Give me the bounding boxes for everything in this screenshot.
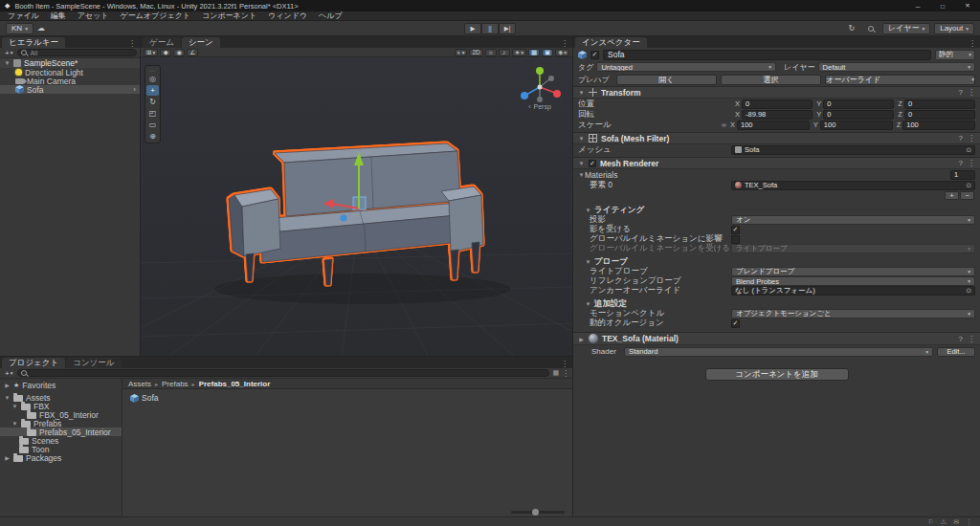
constrain-proportions-icon[interactable]: ∞ xyxy=(722,121,726,128)
more-icon[interactable]: ⋮ xyxy=(968,134,975,142)
breadcrumb-assets[interactable]: Assets xyxy=(128,380,151,388)
step-button[interactable]: ▶| xyxy=(499,23,516,34)
project-content[interactable]: Assets ▸ Prefabs ▸ Prefabs_05_Interior S… xyxy=(122,379,572,516)
rotate-tool-button[interactable]: ↻ xyxy=(146,97,159,107)
object-picker-icon[interactable]: ⊙ xyxy=(966,146,971,154)
prefab-select-button[interactable]: 選択 xyxy=(721,75,821,85)
motion-vectors-dropdown[interactable]: オブジェクトモーションごと▾ xyxy=(731,309,975,318)
hierarchy-item-sofa[interactable]: Sofa › xyxy=(0,85,140,94)
foldout-icon[interactable]: ▼ xyxy=(585,208,591,213)
close-button[interactable]: ✕ xyxy=(955,0,980,11)
project-folder-scenes[interactable]: Scenes xyxy=(0,436,122,445)
mesh-filter-header[interactable]: ▼ Sofa (Mesh Filter) ?⋮ xyxy=(573,132,980,144)
anchor-override-field[interactable]: なし (トランスフォーム) ⊙ xyxy=(731,286,975,296)
tag-dropdown[interactable]: Untagged▾ xyxy=(596,62,776,72)
grid-visibility-toggle[interactable]: ▦ xyxy=(528,49,540,56)
pivot-toggle[interactable]: ◆ xyxy=(160,49,171,56)
foldout-icon[interactable]: ▼ xyxy=(578,161,585,166)
thumbnail-size-slider[interactable] xyxy=(511,511,565,514)
foldout-icon[interactable]: ▼ xyxy=(578,90,585,96)
minimize-button[interactable]: ─ xyxy=(905,0,930,11)
more-icon[interactable]: ⋮ xyxy=(124,39,140,48)
foldout-icon[interactable]: ▼ xyxy=(585,259,591,265)
shader-dropdown[interactable]: Standard▾ xyxy=(624,347,933,357)
tab-game[interactable]: ゲーム xyxy=(143,37,181,48)
cast-shadows-dropdown[interactable]: オン▾ xyxy=(731,215,975,225)
reflection-probes-dropdown[interactable]: Blend Probes▾ xyxy=(731,276,975,286)
help-icon[interactable]: ? xyxy=(959,335,963,343)
2d-toggle[interactable]: 2D xyxy=(469,49,482,56)
menu-assets[interactable]: アセット xyxy=(72,11,115,21)
scale-y-field[interactable]: 100 xyxy=(820,121,893,130)
menu-gameobject[interactable]: ゲームオブジェクト xyxy=(115,11,197,21)
camera-gizmo-toggle[interactable]: ▣ xyxy=(542,49,553,56)
create-object-button[interactable]: +▾ xyxy=(3,49,14,57)
menu-window[interactable]: ウィンドウ xyxy=(262,11,313,21)
foldout-icon[interactable]: ▶ xyxy=(4,382,11,388)
scene-viewport[interactable]: ‹ Persp ⋯ ◎ + ↻ ◰ ▭ ⊕ xyxy=(141,57,572,356)
position-y-field[interactable]: 0 xyxy=(823,99,894,109)
menu-edit[interactable]: 編集 xyxy=(45,11,72,21)
layout-dropdown[interactable]: Layout ▾ xyxy=(934,23,974,34)
object-picker-icon[interactable]: ⊙ xyxy=(966,182,971,189)
account-dropdown[interactable]: KN ▾ xyxy=(6,23,33,34)
slider-thumb[interactable] xyxy=(532,509,539,515)
hierarchy-search-input[interactable]: All xyxy=(17,49,137,56)
dynamic-occlusion-checkbox[interactable]: ✓ xyxy=(731,319,740,328)
more-icon[interactable]: ⋮ xyxy=(968,88,975,97)
materials-count-field[interactable]: 1 xyxy=(950,170,975,180)
tab-hierarchy[interactable]: ヒエラルキー xyxy=(2,37,65,48)
material-object-field[interactable]: TEX_Sofa ⊙ xyxy=(731,181,975,190)
project-favorites[interactable]: ▶ ★ Favorites xyxy=(0,381,122,389)
effects-dropdown[interactable]: ∗▾ xyxy=(512,49,526,56)
more-icon[interactable]: ⋮ xyxy=(968,159,975,167)
more-icon[interactable]: ⋮ xyxy=(562,369,569,378)
project-item-sofa[interactable]: Sofa xyxy=(122,389,189,403)
foldout-icon[interactable]: ▼ xyxy=(11,421,18,427)
foldout-icon[interactable]: ▼ xyxy=(11,404,18,409)
breadcrumb-prefabs[interactable]: Prefabs xyxy=(162,380,189,388)
tab-scene[interactable]: シーン xyxy=(182,37,220,48)
pause-button[interactable]: || xyxy=(481,23,499,34)
scene-orientation-gizmo[interactable] xyxy=(513,63,567,105)
contribute-gi-checkbox[interactable] xyxy=(731,235,740,244)
rotation-y-field[interactable]: 0 xyxy=(823,110,894,120)
light-probes-dropdown[interactable]: ブレンドプローブ▾ xyxy=(731,267,975,276)
hierarchy-item-main-camera[interactable]: Main Camera xyxy=(0,77,140,85)
component-enabled-checkbox[interactable]: ✓ xyxy=(589,160,596,167)
foldout-icon[interactable]: ▼ xyxy=(4,395,11,401)
move-gizmo[interactable] xyxy=(141,57,572,356)
scale-x-field[interactable]: 100 xyxy=(737,121,810,130)
static-dropdown[interactable]: 静的▾ xyxy=(935,50,975,60)
add-component-button[interactable]: コンポーネントを追加 xyxy=(705,368,849,381)
overlay-grip[interactable]: ⋯ xyxy=(150,67,156,73)
project-search-input[interactable] xyxy=(17,369,549,377)
project-packages[interactable]: ▶ Packages xyxy=(0,453,122,462)
menu-file[interactable]: ファイル xyxy=(2,11,45,21)
project-folder-assets[interactable]: ▼ Assets xyxy=(0,393,122,402)
remove-element-button[interactable]: − xyxy=(960,191,974,200)
more-icon[interactable]: ⋮ xyxy=(966,518,972,526)
shader-edit-button[interactable]: Edit... xyxy=(937,347,975,357)
rect-tool-button[interactable]: ▭ xyxy=(146,120,159,130)
scene-row[interactable]: ▼ SampleScene* xyxy=(0,58,140,68)
more-icon[interactable]: ⋮ xyxy=(968,335,975,343)
help-icon[interactable]: ? xyxy=(959,134,963,142)
warning-icon[interactable]: ⚠ xyxy=(941,518,947,526)
rotation-x-field[interactable]: -89.98 xyxy=(742,110,813,120)
more-icon[interactable]: ⋮ xyxy=(557,360,572,368)
tab-inspector[interactable]: インスペクター xyxy=(575,37,647,48)
layer-dropdown[interactable]: Default▾ xyxy=(818,62,975,72)
help-icon[interactable]: ? xyxy=(959,88,963,97)
foldout-icon[interactable]: ▼ xyxy=(585,301,591,307)
position-z-field[interactable]: 0 xyxy=(904,99,975,109)
foldout-icon[interactable]: ▶ xyxy=(4,454,11,461)
snap-toggle[interactable]: ∠ xyxy=(187,49,198,56)
material-header[interactable]: ▶ TEX_Sofa (Material) ?⋮ xyxy=(573,332,980,345)
tab-console[interactable]: コンソール xyxy=(66,358,121,368)
object-picker-icon[interactable]: ⊙ xyxy=(966,287,971,295)
menu-help[interactable]: ヘルプ xyxy=(313,11,348,21)
layers-dropdown[interactable]: レイヤー ▾ xyxy=(882,23,930,34)
receive-shadows-checkbox[interactable]: ✓ xyxy=(731,226,740,234)
more-icon[interactable]: ⋮ xyxy=(557,39,572,48)
